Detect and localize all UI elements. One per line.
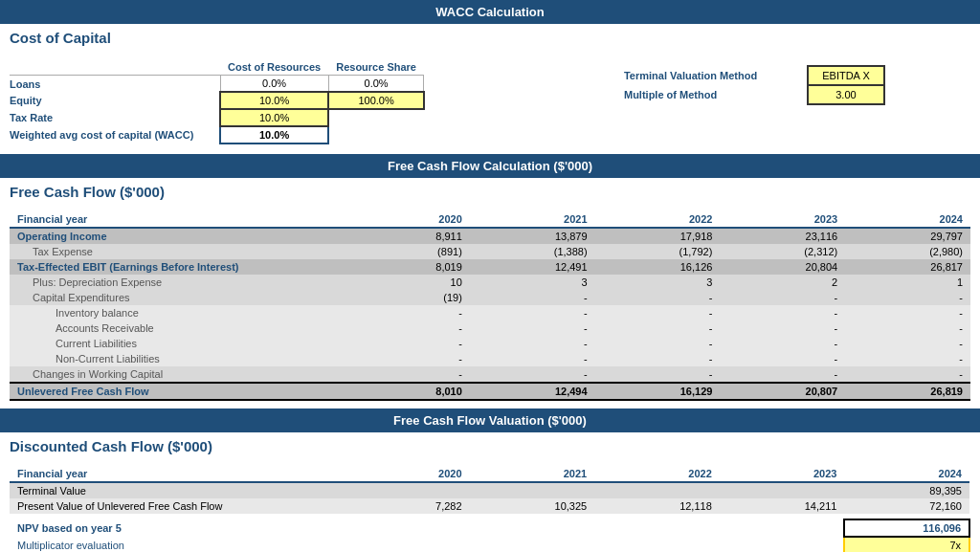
dcf-content: Financial year 2020 2021 2022 2023 2024 … (0, 458, 980, 552)
cl-2023: - (720, 336, 845, 351)
tv-2023 (720, 482, 845, 498)
pv-2024: 72,160 (844, 498, 969, 514)
inv-2020: - (345, 305, 470, 320)
multiplicator-value[interactable]: 7x (844, 537, 969, 552)
wacc-content: Cost of Resources Resource Share Loans 0… (0, 50, 980, 154)
year-2021-header: 2021 (470, 211, 595, 228)
changes-wc-label: Changes in Working Capital (10, 366, 345, 383)
ebit-2020: 8,019 (345, 259, 470, 275)
ncl-2024: - (845, 351, 970, 366)
inv-2022: - (595, 305, 721, 320)
tax-rate-row: Tax Rate 10.0% (10, 109, 424, 126)
cl-2020: - (345, 336, 470, 351)
dcf-label-col: Financial year (10, 466, 345, 482)
capex-2023: - (720, 290, 845, 305)
tv-2024: 89,395 (844, 482, 969, 498)
ncl-2023: - (720, 351, 845, 366)
depreciation-row: Plus: Depreciation Expense 10 3 3 2 1 (10, 275, 970, 290)
terminal-value-row: Terminal Value 89,395 (10, 482, 969, 498)
dcf-section: Discounted Cash Flow ($'000) Financial y… (0, 432, 980, 552)
loans-label: Loans (10, 76, 220, 93)
pv-2021: 10,325 (470, 498, 595, 514)
fcf-header: Free Cash Flow Calculation ($'000) (0, 154, 980, 178)
te-2020: (891) (345, 244, 470, 259)
dcf-title: Discounted Cash Flow ($'000) (0, 432, 980, 458)
inv-2024: - (845, 305, 970, 320)
ufcf-label: Unlevered Free Cash Flow (10, 383, 345, 400)
ufcf-2021: 12,494 (470, 383, 595, 400)
dep-2022: 3 (595, 275, 721, 290)
dcf-year-2021: 2021 (470, 466, 595, 482)
equity-cost[interactable]: 10.0% (220, 92, 328, 109)
wacc-grid: Cost of Resources Resource Share Loans 0… (10, 55, 970, 144)
multiple-method-label: Multiple of Method (616, 85, 808, 104)
cl-2021: - (470, 336, 595, 351)
npv-empty-4 (720, 519, 845, 537)
non-current-row: Non-Current Liabilities - - - - - (10, 351, 970, 366)
inventory-row: Inventory balance - - - - - (10, 305, 970, 320)
te-2023: (2,312) (720, 244, 845, 259)
loans-share[interactable]: 0.0% (328, 76, 424, 93)
current-liabilities-row: Current Liabilities - - - - - (10, 336, 970, 351)
oi-2023: 23,116 (720, 228, 845, 244)
npv-empty-3 (594, 519, 720, 537)
terminal-valuation-row: Terminal Valuation Method EBITDA X (616, 66, 884, 85)
multiple-method-value[interactable]: 3.00 (808, 85, 884, 104)
loans-cost[interactable]: 0.0% (220, 76, 328, 93)
oi-2024: 29,797 (845, 228, 970, 244)
fcf-content: Financial year 2020 2021 2022 2023 2024 … (0, 204, 980, 408)
ar-2020: - (345, 320, 470, 336)
tax-effected-label: Tax-Effected EBIT (Earnings Before Inter… (10, 259, 345, 275)
ar-2022: - (595, 320, 721, 336)
col-cost-resources: Cost of Resources (220, 59, 328, 76)
inv-2023: - (720, 305, 845, 320)
mult-empty-3 (594, 537, 720, 552)
cwc-2023: - (720, 366, 845, 383)
wacc-right: Terminal Valuation Method EBITDA X Multi… (616, 65, 885, 105)
pv-ufcf-row: Present Value of Unlevered Free Cash Flo… (10, 498, 969, 514)
depreciation-label: Plus: Depreciation Expense (10, 275, 345, 290)
mult-empty-1 (345, 537, 470, 552)
year-2020-header: 2020 (345, 211, 470, 228)
wacc-value[interactable]: 10.0% (220, 126, 328, 144)
dep-2023: 2 (720, 275, 845, 290)
dep-2021: 3 (470, 275, 595, 290)
tax-expense-row: Tax Expense (891) (1,388) (1,792) (2,312… (10, 244, 970, 259)
cwc-2024: - (845, 366, 970, 383)
mult-empty-2 (470, 537, 595, 552)
ncl-2022: - (595, 351, 721, 366)
tax-rate-value[interactable]: 10.0% (220, 109, 328, 126)
fcf-header-row: Financial year 2020 2021 2022 2023 2024 (10, 211, 970, 228)
tv-2021 (470, 482, 595, 498)
inventory-label: Inventory balance (10, 305, 345, 320)
col-resource-share: Resource Share (328, 59, 424, 76)
pv-2020: 7,282 (345, 498, 470, 514)
cwc-2022: - (595, 366, 721, 383)
multiplicator-label: Multiplicator evaluation (10, 537, 345, 552)
fcf-label-col: Financial year (10, 211, 345, 228)
cwc-2020: - (345, 366, 470, 383)
oi-2022: 17,918 (595, 228, 721, 244)
capex-2021: - (470, 290, 595, 305)
equity-share[interactable]: 100.0% (328, 92, 424, 109)
ufcf-2024: 26,819 (845, 383, 970, 400)
ncl-2020: - (345, 351, 470, 366)
accounts-receivable-row: Accounts Receivable - - - - - (10, 320, 970, 336)
terminal-valuation-value[interactable]: EBITDA X (808, 66, 884, 85)
fcf-section: Free Cash Flow ($'000) Financial year 20… (0, 178, 980, 408)
accounts-receivable-label: Accounts Receivable (10, 320, 345, 336)
npv-value: 116,096 (844, 519, 969, 537)
ufcf-row: Unlevered Free Cash Flow 8,010 12,494 16… (10, 383, 970, 400)
capex-label: Capital Expenditures (10, 290, 345, 305)
ar-2021: - (470, 320, 595, 336)
npv-empty-2 (470, 519, 595, 537)
tax-effected-row: Tax-Effected EBIT (Earnings Before Inter… (10, 259, 970, 275)
pv-ufcf-label: Present Value of Unlevered Free Cash Flo… (10, 498, 345, 514)
mult-empty-4 (720, 537, 845, 552)
capex-2022: - (595, 290, 721, 305)
te-2021: (1,388) (470, 244, 595, 259)
cost-of-capital-title: Cost of Capital (0, 24, 980, 50)
cl-2024: - (845, 336, 970, 351)
terminal-value-label: Terminal Value (10, 482, 345, 498)
capex-row: Capital Expenditures (19) - - - - (10, 290, 970, 305)
